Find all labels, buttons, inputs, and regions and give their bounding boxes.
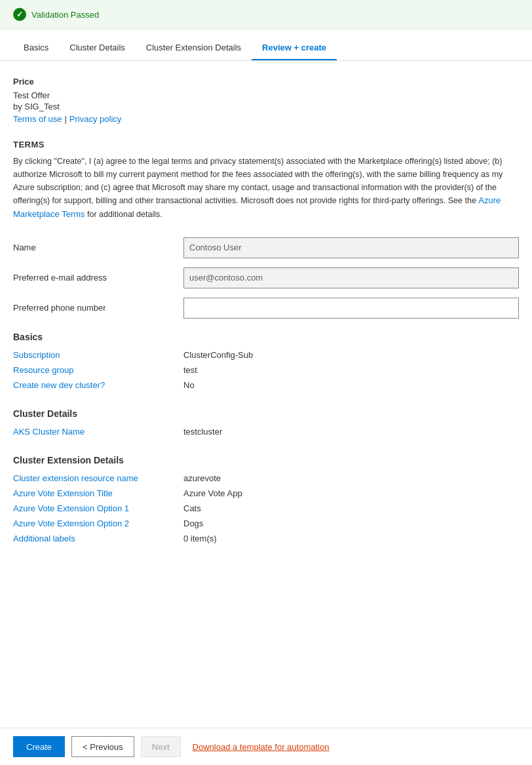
resource-group-label: Resource group [13, 365, 183, 375]
phone-row: Preferred phone number [13, 298, 519, 319]
table-row: Create new dev cluster? No [13, 380, 519, 390]
resource-group-value: test [183, 365, 197, 375]
terms-body: By clicking "Create", I (a) agree to the… [13, 155, 519, 222]
basics-section: Basics Subscription ClusterConfig-Sub Re… [13, 332, 519, 390]
extension-option1-value: Cats [183, 503, 201, 513]
email-label: Preferred e-mail address [13, 273, 183, 283]
nav-tabs: Basics Cluster Details Cluster Extension… [0, 36, 532, 61]
extension-title-value: Azure Vote App [183, 488, 242, 498]
terms-body-end: for additional details. [85, 210, 162, 219]
automation-link[interactable]: Download a template for automation [193, 742, 330, 752]
additional-labels-value: 0 item(s) [183, 534, 217, 543]
email-input[interactable] [183, 267, 519, 288]
offer-name: Test Offer [13, 90, 519, 100]
table-row: Azure Vote Extension Title Azure Vote Ap… [13, 488, 519, 498]
aks-cluster-name-label: AKS Cluster Name [13, 427, 183, 437]
extension-resource-name-label: Cluster extension resource name [13, 473, 183, 483]
main-content: Price Test Offer by SIG_Test Terms of us… [0, 61, 532, 614]
extension-resource-name-value: azurevote [183, 473, 221, 483]
footer: Create < Previous Next Download a templa… [0, 728, 532, 765]
subscription-value: ClusterConfig-Sub [183, 350, 253, 360]
tab-cluster-extension-details[interactable]: Cluster Extension Details [136, 36, 252, 60]
previous-button[interactable]: < Previous [71, 736, 134, 757]
name-row: Name [13, 237, 519, 258]
name-label: Name [13, 243, 183, 252]
name-input[interactable] [183, 237, 519, 258]
extension-option2-label: Azure Vote Extension Option 2 [13, 519, 183, 528]
terms-body-text: By clicking "Create", I (a) agree to the… [13, 157, 503, 205]
price-heading: Price [13, 77, 519, 87]
next-button: Next [141, 736, 181, 757]
create-button[interactable]: Create [13, 736, 65, 757]
cluster-extension-heading: Cluster Extension Details [13, 455, 519, 465]
aks-cluster-name-value: testcluster [183, 427, 222, 437]
privacy-policy-link[interactable]: Privacy policy [69, 114, 121, 124]
terms-of-use-link[interactable]: Terms of use [13, 114, 62, 124]
subscription-label: Subscription [13, 350, 183, 360]
tab-cluster-details[interactable]: Cluster Details [59, 36, 136, 60]
cluster-details-heading: Cluster Details [13, 408, 519, 419]
price-section: Price Test Offer by SIG_Test Terms of us… [13, 77, 519, 124]
validation-check-icon [13, 8, 26, 21]
extension-option2-value: Dogs [183, 519, 203, 528]
tab-review-create[interactable]: Review + create [252, 36, 337, 60]
terms-section: TERMS By clicking "Create", I (a) agree … [13, 140, 519, 222]
links-row: Terms of use | Privacy policy [13, 114, 519, 124]
cluster-details-section: Cluster Details AKS Cluster Name testclu… [13, 408, 519, 437]
table-row: Additional labels 0 item(s) [13, 534, 519, 543]
create-dev-cluster-value: No [183, 380, 195, 390]
offer-by: by SIG_Test [13, 102, 519, 111]
table-row: Subscription ClusterConfig-Sub [13, 350, 519, 360]
cluster-extension-section: Cluster Extension Details Cluster extens… [13, 455, 519, 543]
form-section: Name Preferred e-mail address Preferred … [13, 237, 519, 319]
link-separator: | [64, 114, 66, 124]
phone-label: Preferred phone number [13, 303, 183, 313]
terms-heading: TERMS [13, 140, 519, 149]
additional-labels-label: Additional labels [13, 534, 183, 543]
table-row: AKS Cluster Name testcluster [13, 427, 519, 437]
phone-input[interactable] [183, 298, 519, 319]
tab-basics[interactable]: Basics [13, 36, 59, 60]
extension-option1-label: Azure Vote Extension Option 1 [13, 503, 183, 513]
email-row: Preferred e-mail address [13, 267, 519, 288]
create-dev-cluster-label: Create new dev cluster? [13, 380, 183, 390]
table-row: Cluster extension resource name azurevot… [13, 473, 519, 483]
validation-banner: Validation Passed [0, 0, 532, 29]
validation-text: Validation Passed [31, 10, 99, 20]
table-row: Azure Vote Extension Option 1 Cats [13, 503, 519, 513]
extension-title-label: Azure Vote Extension Title [13, 488, 183, 498]
table-row: Resource group test [13, 365, 519, 375]
table-row: Azure Vote Extension Option 2 Dogs [13, 519, 519, 528]
basics-heading: Basics [13, 332, 519, 342]
